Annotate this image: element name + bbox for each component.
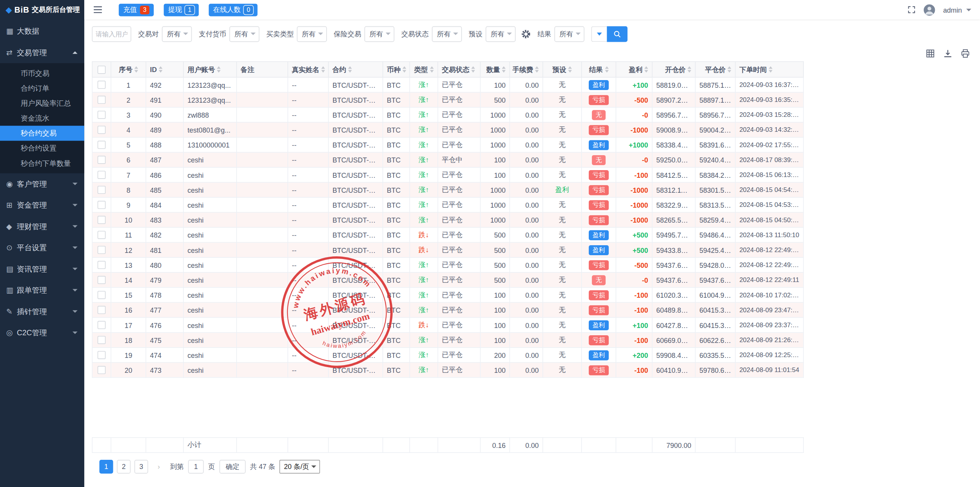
search-button[interactable] — [607, 26, 627, 42]
filter-select-buy-sell-type[interactable]: 所有 — [297, 26, 327, 42]
deposit-badge: 3 — [140, 5, 149, 14]
row-checkbox[interactable] — [98, 336, 106, 344]
sidebar-item-follow[interactable]: ▥跟单管理 — [0, 280, 84, 301]
sort-icon[interactable] — [502, 66, 506, 72]
sidebar-item-big-data[interactable]: ▦大数据 — [0, 21, 84, 42]
filter-value-preset: 所有 — [491, 29, 505, 38]
row-checkbox[interactable] — [98, 291, 106, 299]
cell-real: -- — [288, 182, 328, 197]
profit-value: +100 — [633, 81, 648, 89]
filter-select-result[interactable]: 所有 — [554, 26, 584, 42]
sidebar-item-funds[interactable]: ⊞资金管理 — [0, 195, 84, 216]
row-checkbox[interactable] — [98, 366, 106, 374]
sidebar-subitem-2[interactable]: 合约订单 — [0, 81, 84, 96]
select-all-checkbox[interactable] — [98, 66, 106, 74]
row-checkbox[interactable] — [98, 126, 106, 134]
sort-icon[interactable] — [727, 66, 731, 72]
cell-type: 涨↑ — [410, 333, 438, 348]
row-checkbox[interactable] — [98, 216, 106, 224]
sort-icon[interactable] — [430, 66, 433, 72]
type-up-label: 涨↑ — [418, 261, 429, 269]
filter-select-pay-currency[interactable]: 所有 — [229, 26, 259, 42]
sort-icon[interactable] — [159, 66, 163, 72]
sidebar-item-trade[interactable]: ⇄交易管理 — [0, 42, 84, 63]
page-button-1[interactable]: 1 — [100, 460, 113, 474]
sidebar-subitem-5[interactable]: 秒合约交易 — [0, 126, 84, 141]
user-menu-caret-icon[interactable] — [966, 8, 971, 11]
row-checkbox[interactable] — [98, 156, 106, 164]
sort-icon[interactable] — [769, 66, 773, 72]
row-checkbox[interactable] — [98, 321, 106, 329]
row-checkbox[interactable] — [98, 201, 106, 209]
row-checkbox[interactable] — [98, 81, 106, 89]
row-checkbox[interactable] — [98, 306, 106, 314]
sidebar-item-platform[interactable]: ⊙平台设置 — [0, 237, 84, 259]
sidebar-item-wealth[interactable]: ◆理财管理 — [0, 216, 84, 237]
cell-close: 58956.7100 — [695, 107, 735, 122]
table-row: 2491123123@qq...--BTC/USDT-30SBTC涨↑已平仓50… — [92, 92, 804, 107]
sort-icon[interactable] — [217, 66, 221, 72]
row-checkbox[interactable] — [98, 261, 106, 269]
profit-value: +1000 — [629, 141, 648, 149]
sort-icon[interactable] — [134, 66, 138, 72]
fullscreen-icon[interactable] — [908, 6, 916, 14]
filter-select-preset[interactable]: 所有 — [486, 26, 516, 42]
sort-icon[interactable] — [644, 66, 648, 72]
column-header-inner: 盈利 — [620, 65, 648, 74]
sort-icon[interactable] — [605, 66, 609, 72]
page-size-select[interactable]: 20 条/页 — [279, 460, 320, 474]
row-checkbox[interactable] — [98, 276, 106, 284]
sidebar-subitem-4[interactable]: 资金流水 — [0, 111, 84, 126]
row-checkbox[interactable] — [98, 96, 106, 104]
result-badge: 亏损 — [589, 170, 609, 180]
sidebar-item-c2c[interactable]: ◎C2C管理 — [0, 322, 84, 344]
filter-select-trade-status[interactable]: 所有 — [432, 26, 462, 42]
hamburger-icon[interactable] — [93, 6, 102, 14]
withdraw-button[interactable]: 提现 1 — [164, 3, 199, 16]
cell-result: 亏损 — [581, 302, 616, 317]
row-checkbox[interactable] — [98, 111, 106, 119]
sort-icon[interactable] — [535, 66, 539, 72]
sort-icon[interactable] — [471, 66, 475, 72]
cell-time: 2024-08-09 11:01:54 — [735, 362, 804, 377]
cell-open: 61020.3000 — [652, 287, 696, 302]
cell-note — [237, 107, 288, 122]
sort-icon[interactable] — [568, 66, 572, 72]
sort-icon[interactable] — [348, 66, 352, 72]
print-icon[interactable] — [960, 49, 970, 58]
page-button-2[interactable]: 2 — [117, 460, 131, 474]
search-dropdown-button[interactable] — [591, 26, 607, 42]
user-name[interactable]: admin — [943, 6, 962, 14]
goto-page-input[interactable] — [188, 460, 204, 474]
sidebar-subitem-6[interactable]: 秒合约设置 — [0, 141, 84, 156]
sidebar-item-customer[interactable]: ◉客户管理 — [0, 173, 84, 195]
user-id-input[interactable] — [92, 26, 131, 42]
sidebar-subitem-1[interactable]: 币币交易 — [0, 66, 84, 80]
filter-select-insurance-trade[interactable]: 所有 — [364, 26, 394, 42]
trade-icon: ⇄ — [6, 48, 17, 57]
export-download-icon[interactable] — [943, 49, 952, 58]
page-button-3[interactable]: 3 — [134, 460, 148, 474]
filter-select-pair[interactable]: 所有 — [162, 26, 192, 42]
row-checkbox[interactable] — [98, 231, 106, 239]
sort-icon[interactable] — [402, 66, 406, 72]
sidebar-item-news[interactable]: ▤资讯管理 — [0, 258, 84, 280]
sidebar-subitem-7[interactable]: 秒合约下单数量 — [0, 156, 84, 171]
sidebar-item-pin[interactable]: ✎插针管理 — [0, 301, 84, 322]
sort-icon[interactable] — [321, 66, 325, 72]
gear-icon[interactable] — [521, 29, 531, 38]
next-page-button[interactable]: › — [152, 460, 166, 474]
columns-grid-icon[interactable] — [926, 49, 935, 58]
row-checkbox[interactable] — [98, 141, 106, 149]
row-checkbox[interactable] — [98, 246, 106, 254]
row-checkbox[interactable] — [98, 171, 106, 179]
cell-preset: 无 — [543, 122, 581, 137]
online-users-button[interactable]: 在线人数 0 — [209, 3, 257, 16]
sort-icon[interactable] — [688, 66, 691, 72]
row-checkbox[interactable] — [98, 351, 106, 359]
deposit-button[interactable]: 充值 3 — [119, 3, 154, 16]
avatar[interactable] — [924, 4, 935, 15]
row-checkbox[interactable] — [98, 186, 106, 194]
goto-confirm-button[interactable]: 确定 — [219, 460, 246, 474]
sidebar-subitem-3[interactable]: 用户风险率汇总 — [0, 96, 84, 111]
